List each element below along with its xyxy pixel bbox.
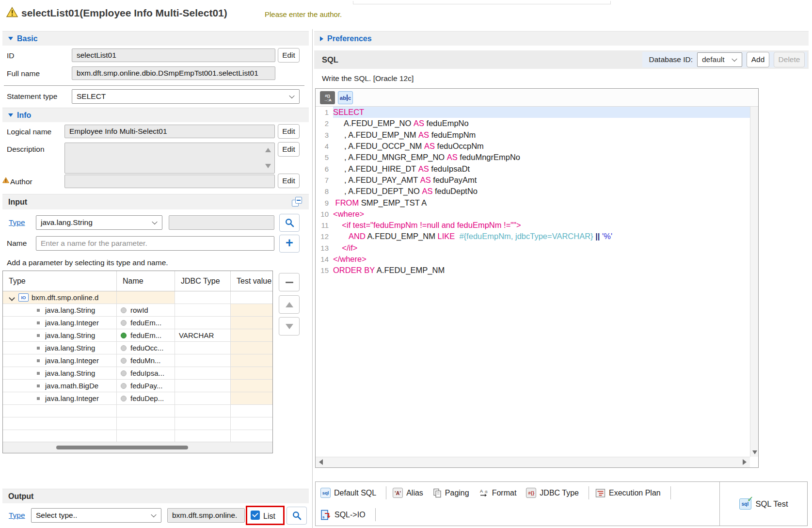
jdbc-type-button[interactable]: #{} JDBC Type bbox=[526, 488, 579, 498]
sql-line: 5 , A.FEDU_MNGR_EMP_NO AS feduMngrEmpNo bbox=[316, 152, 750, 163]
param-name-text: feduOcc... bbox=[130, 344, 163, 352]
author-edit-button[interactable]: Edit bbox=[278, 174, 300, 188]
param-test-value-cell[interactable] bbox=[231, 380, 272, 392]
sql-line: 15ORDER BY A.FEDU_EMP_NM bbox=[316, 265, 750, 276]
param-name-text: feduEm... bbox=[130, 319, 161, 327]
id-field[interactable]: selectList01 bbox=[72, 48, 275, 62]
column-header-type[interactable]: Type bbox=[3, 271, 117, 291]
parameter-convert-icon[interactable]: #{}→:A bbox=[320, 91, 335, 104]
add-parameter-button[interactable]: + bbox=[279, 235, 300, 253]
scroll-left-icon[interactable] bbox=[319, 459, 323, 465]
param-test-value-cell[interactable] bbox=[231, 342, 272, 354]
sql-code-area[interactable]: 1SELECT2 A.FEDU_EMP_NO AS feduEmpNo3 , A… bbox=[316, 107, 750, 457]
param-status-dot bbox=[121, 320, 127, 326]
section-basic-header[interactable]: Basic bbox=[2, 31, 309, 46]
id-edit-button[interactable]: Edit bbox=[278, 48, 300, 63]
empty-table-row bbox=[3, 405, 272, 417]
scrollbar-thumb[interactable] bbox=[56, 446, 188, 449]
delete-database-button[interactable]: Delete bbox=[774, 52, 805, 67]
move-down-button[interactable] bbox=[279, 317, 300, 336]
param-test-value-cell[interactable] bbox=[231, 317, 272, 329]
parameter-hint: Add a parameter by selecting its type an… bbox=[7, 258, 168, 267]
line-number: 7 bbox=[316, 176, 333, 184]
execution-plan-button[interactable]: Execution Plan bbox=[595, 488, 661, 498]
sql-editor-toolbar: #{}→:A abc bbox=[316, 89, 758, 107]
parameter-table-row[interactable]: java.lang.StringfeduEm...VARCHAR bbox=[3, 329, 272, 342]
param-name-text: feduDep... bbox=[130, 394, 164, 402]
alias-button[interactable]: 'A' Alias bbox=[393, 488, 423, 498]
line-number: 13 bbox=[316, 244, 333, 252]
parameter-table-row[interactable]: IObxm.dft.smp.online.d bbox=[3, 291, 272, 304]
param-jdbc-cell bbox=[175, 291, 231, 304]
arrow-down-icon bbox=[286, 324, 293, 329]
alias-icon: 'A' bbox=[393, 488, 403, 498]
output-search-button[interactable] bbox=[287, 507, 307, 525]
param-type-text: java.lang.Integer bbox=[45, 319, 99, 327]
parameter-table[interactable]: Type Name JDBC Type Test value IObxm.dft… bbox=[2, 271, 273, 453]
output-io-field[interactable]: bxm.dft.smp.online. bbox=[167, 508, 245, 523]
column-header-name[interactable]: Name bbox=[117, 271, 175, 291]
column-header-jdbc-type[interactable]: JDBC Type bbox=[175, 271, 231, 291]
parameter-table-row[interactable]: java.lang.IntegerfeduMn... bbox=[3, 354, 272, 367]
scroll-right-icon[interactable] bbox=[743, 459, 747, 465]
input-type-select[interactable]: java.lang.String bbox=[36, 215, 162, 230]
description-edit-button[interactable]: Edit bbox=[278, 142, 300, 157]
sql-line: 3 , A.FEDU_EMP_NM AS feduEmpNm bbox=[316, 129, 750, 141]
parameter-table-row[interactable]: java.lang.StringfeduIpsa... bbox=[3, 367, 272, 380]
parameter-table-row[interactable]: java.lang.IntegerfeduDep... bbox=[3, 392, 272, 405]
logical-name-field[interactable]: Employee Info Multi-Select01 bbox=[64, 125, 275, 138]
sql-to-io-button[interactable]: s SQL->IO bbox=[320, 510, 366, 520]
output-type-select[interactable]: Select type.. bbox=[31, 508, 161, 523]
param-test-value-cell[interactable] bbox=[231, 304, 272, 316]
table-horizontal-scrollbar[interactable] bbox=[3, 442, 272, 453]
column-header-test-value[interactable]: Test value bbox=[231, 271, 272, 291]
warning-icon bbox=[6, 7, 18, 17]
move-up-button[interactable] bbox=[279, 295, 300, 314]
field-icon bbox=[37, 372, 40, 375]
sql-line: 13 </if> bbox=[316, 242, 750, 254]
param-test-value-cell[interactable] bbox=[231, 392, 272, 404]
parameter-name-input[interactable] bbox=[36, 236, 274, 251]
editor-horizontal-scrollbar[interactable] bbox=[316, 457, 750, 467]
section-preferences-header[interactable]: Preferences bbox=[314, 31, 809, 46]
param-test-value-cell[interactable] bbox=[231, 367, 272, 379]
param-test-value-cell[interactable] bbox=[231, 354, 272, 367]
input-type-link[interactable]: Type bbox=[9, 218, 25, 227]
sql-test-button[interactable]: sql✓ SQL Test bbox=[719, 482, 807, 526]
format-button[interactable]: A :B Format bbox=[479, 488, 517, 498]
input-type-search-field[interactable] bbox=[169, 215, 274, 230]
section-basic-label: Basic bbox=[17, 34, 38, 43]
author-field[interactable] bbox=[64, 175, 275, 188]
collapse-panel-icon[interactable] bbox=[292, 197, 303, 207]
field-icon bbox=[37, 334, 40, 337]
parameter-table-row[interactable]: java.lang.IntegerfeduEm... bbox=[3, 317, 272, 329]
parameter-table-row[interactable]: java.lang.StringfeduOcc... bbox=[3, 342, 272, 354]
description-field[interactable] bbox=[64, 143, 275, 174]
scroll-down-icon[interactable] bbox=[265, 164, 271, 168]
search-icon bbox=[292, 511, 302, 520]
param-type-text: java.lang.String bbox=[45, 344, 95, 352]
section-info-header[interactable]: Info bbox=[2, 108, 309, 122]
param-test-value-cell[interactable] bbox=[231, 329, 272, 341]
logical-name-edit-button[interactable]: Edit bbox=[278, 124, 300, 139]
scroll-up-icon[interactable] bbox=[265, 148, 271, 152]
add-database-button[interactable]: Add bbox=[747, 52, 769, 67]
statement-type-select[interactable]: SELECT bbox=[72, 89, 300, 104]
sql-editor[interactable]: #{}→:A abc 1SELECT2 A.FEDU_EMP_NO AS fed… bbox=[315, 88, 759, 468]
input-type-search-button[interactable] bbox=[279, 214, 300, 232]
parameter-table-row[interactable]: java.math.BigDefeduPay... bbox=[3, 380, 272, 392]
param-status-dot bbox=[121, 307, 127, 313]
default-sql-button[interactable]: sql Default SQL bbox=[320, 488, 376, 498]
full-name-field[interactable]: bxm.dft.smp.online.dbio.DSmpEmpTst001.se… bbox=[72, 66, 275, 80]
paging-button[interactable]: Paging bbox=[433, 488, 469, 498]
text-mode-icon[interactable]: abc bbox=[338, 91, 353, 104]
scroll-down-icon[interactable] bbox=[752, 450, 757, 454]
parameter-table-row[interactable]: java.lang.StringrowId bbox=[3, 304, 272, 317]
database-id-select[interactable]: default bbox=[697, 52, 742, 67]
output-type-link[interactable]: Type bbox=[9, 511, 25, 520]
database-id-label: Database ID: bbox=[649, 55, 693, 64]
chevron-down-icon[interactable] bbox=[10, 296, 15, 300]
remove-parameter-button[interactable] bbox=[279, 273, 300, 291]
editor-vertical-scrollbar[interactable] bbox=[750, 107, 758, 457]
param-test-value-cell[interactable] bbox=[231, 291, 272, 304]
